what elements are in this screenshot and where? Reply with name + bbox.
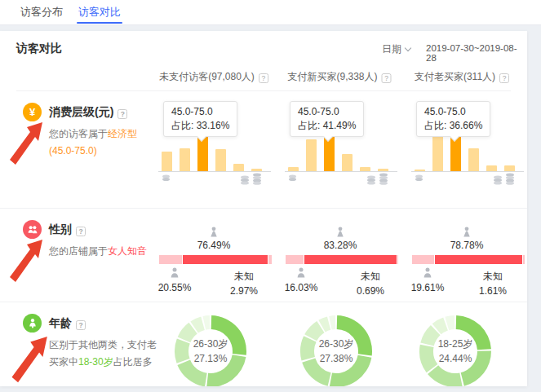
tab-label: 访客对比 xyxy=(78,6,121,18)
yen-icon: ¥ xyxy=(23,103,42,121)
gender-stacked-bar[interactable] xyxy=(159,255,272,264)
gender-chart-unpaid: 76.49% 20.55% 未知2.97% xyxy=(155,209,277,302)
male-percentage: 20.55% xyxy=(158,282,192,293)
male-icon xyxy=(421,267,434,279)
column-header-unpaid-visitors: 未支付访客(97,080人)? xyxy=(159,70,268,84)
tab-visitor-distribution[interactable]: 访客分布 xyxy=(20,0,63,24)
help-icon[interactable]: ? xyxy=(76,227,86,236)
tab-visitor-comparison[interactable]: 访客对比 xyxy=(78,0,121,24)
gender-stacked-bar[interactable] xyxy=(286,255,398,264)
age-donut-chart[interactable]: 18-25岁 24.44% xyxy=(418,314,493,386)
section-gender: 性别? 您的店铺属于女人知音 76.49% 20.55% 未知2.97% 83.… xyxy=(0,208,527,302)
female-icon xyxy=(460,227,473,238)
tooltip-value: 33.16% xyxy=(197,120,230,131)
date-range-value[interactable]: 2019-07-30~2019-08-28 xyxy=(426,43,527,63)
gender-chart-repeat-buyers: 78.78% 19.61% 未知1.61% xyxy=(408,209,526,302)
help-icon[interactable]: ? xyxy=(118,109,127,119)
help-icon[interactable]: ? xyxy=(382,73,392,83)
help-icon[interactable]: ? xyxy=(259,73,268,83)
coin-stack-icon xyxy=(162,174,171,182)
male-percentage: 16.03% xyxy=(285,282,318,293)
page-title: 访客对比 xyxy=(16,42,62,56)
tab-label: 访客分布 xyxy=(20,6,63,18)
male-percentage: 19.61% xyxy=(411,282,445,293)
chart-axis xyxy=(411,171,524,172)
gender-stacked-bar[interactable] xyxy=(412,255,525,264)
description-highlight: 18-30岁 xyxy=(78,356,113,368)
age-chart-repeat-buyers: 18-25岁 24.44% xyxy=(408,302,526,386)
column-header-repeat-buyers: 支付老买家(311人)? xyxy=(415,70,509,84)
date-dropdown[interactable]: 日期 xyxy=(382,42,410,56)
section-consumption-level: ¥ 消费层级(元)? 您的访客属于经济型(45.0-75.0) 45.0-75.… xyxy=(0,91,527,208)
consumption-chart-unpaid: 45.0-75.0 占比: 33.16% xyxy=(155,91,277,208)
age-donut-chart[interactable]: 26-30岁 27.13% xyxy=(173,314,248,386)
female-percentage: 78.78% xyxy=(450,240,484,251)
column-header-new-buyers: 支付新买家(9,338人)? xyxy=(287,70,391,84)
top-tab-bar: 访客分布 访客对比 xyxy=(0,0,541,25)
chart-axis xyxy=(158,171,271,172)
visitor-comparison-panel: 访客对比 日期 2019-07-30~2019-08-28 未支付访客(97,0… xyxy=(0,31,527,386)
coin-stack-icon xyxy=(366,173,388,185)
age-chart-unpaid: 26-30岁 27.13% xyxy=(155,302,277,386)
description-highlight: 女人知音 xyxy=(108,245,147,257)
coin-stack-icon xyxy=(240,173,262,185)
male-icon xyxy=(168,267,181,279)
female-percentage: 76.49% xyxy=(197,240,231,251)
help-icon[interactable]: ? xyxy=(499,73,509,83)
section-title: 年龄? xyxy=(49,316,86,331)
panel-header: 访客对比 日期 2019-07-30~2019-08-28 xyxy=(0,31,527,62)
gender-chart-new-buyers: 83.28% 16.03% 未知0.69% xyxy=(282,209,404,302)
section-title: 性别? xyxy=(49,222,86,237)
consumption-chart-repeat-buyers: 45.0-75.0 占比: 36.66% xyxy=(408,91,526,208)
section-description: 您的店铺属于女人知音 xyxy=(49,243,157,260)
unknown-percentage: 未知0.69% xyxy=(357,269,384,298)
unknown-percentage: 未知2.97% xyxy=(230,269,258,298)
bar-tooltip: 45.0-75.0 占比: 36.66% xyxy=(416,101,490,137)
chart-axis xyxy=(285,171,397,172)
help-icon[interactable]: ? xyxy=(76,320,86,330)
coin-stack-icon xyxy=(415,174,423,182)
unknown-percentage: 未知1.61% xyxy=(479,269,507,298)
female-percentage: 83.28% xyxy=(324,240,357,251)
female-icon xyxy=(334,227,347,238)
tooltip-range: 45.0-75.0 xyxy=(424,105,482,119)
section-description: 您的访客属于经济型(45.0-75.0) xyxy=(49,126,157,160)
age-donut-chart[interactable]: 26-30岁 27.38% xyxy=(299,314,374,386)
consumption-bar-chart[interactable] xyxy=(415,132,522,171)
tooltip-value: 36.66% xyxy=(450,120,483,131)
female-icon xyxy=(207,227,220,238)
male-icon xyxy=(295,267,308,279)
tooltip-value: 41.49% xyxy=(323,120,357,131)
coin-stack-icon xyxy=(288,174,297,182)
section-description: 区别于其他两类，支付老买家中18-30岁占比居多 xyxy=(49,337,157,371)
consumption-chart-new-buyers: 45.0-75.0 占比: 41.49% xyxy=(282,91,404,208)
section-title: 消费层级(元)? xyxy=(49,105,127,120)
bar-tooltip: 45.0-75.0 占比: 33.16% xyxy=(163,101,237,137)
age-icon xyxy=(23,314,42,333)
tooltip-range: 45.0-75.0 xyxy=(171,105,229,119)
tooltip-range: 45.0-75.0 xyxy=(298,105,356,119)
age-chart-new-buyers: 26-30岁 27.38% xyxy=(282,302,404,386)
section-age: 年龄? 区别于其他两类，支付老买家中18-30岁占比居多 26-30岁 27.1… xyxy=(0,302,527,386)
gender-icon xyxy=(23,220,42,239)
chevron-down-icon xyxy=(405,45,411,51)
active-tab-underline xyxy=(77,22,122,24)
column-header-row: 未支付访客(97,080人)? 支付新买家(9,338人)? 支付老买家(311… xyxy=(16,62,511,91)
consumption-bar-chart[interactable] xyxy=(162,132,269,171)
consumption-bar-chart[interactable] xyxy=(288,132,396,171)
bar-tooltip: 45.0-75.0 占比: 41.49% xyxy=(290,101,364,137)
coin-stack-icon xyxy=(493,173,515,185)
